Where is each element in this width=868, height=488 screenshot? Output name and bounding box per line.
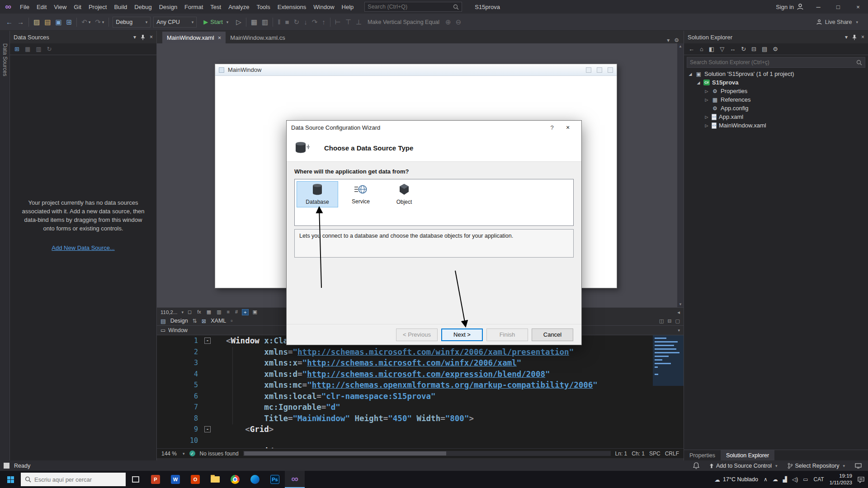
tab-close-icon[interactable]: × <box>218 34 222 41</box>
align-bottoms-icon[interactable]: ⊥ <box>354 16 364 28</box>
tab-mainwindow-xaml-cs[interactable]: MainWindow.xaml.cs <box>226 32 289 43</box>
taskbar-app-visual-studio[interactable]: ∞ <box>285 471 305 488</box>
taskbar-app-chrome[interactable] <box>225 471 245 488</box>
home-icon[interactable]: ⌂ <box>698 45 705 53</box>
tree-item-properties[interactable]: ▷⚙Properties <box>684 87 868 95</box>
close-icon[interactable]: × <box>861 34 864 40</box>
tree-item-s15prova[interactable]: ◢C#S15prova <box>684 78 868 87</box>
network-icon[interactable]: ▟ <box>783 476 787 483</box>
show-all-files-icon[interactable]: ▤ <box>760 45 769 53</box>
edit-data-source-icon[interactable]: ▦ <box>23 45 32 53</box>
menu-build[interactable]: Build <box>110 0 131 14</box>
taskbar-search-input[interactable] <box>34 476 122 483</box>
code-line-8[interactable]: 8 Title="MainWindow" Height="450" Width=… <box>157 413 684 424</box>
taskbar-search-box[interactable] <box>21 473 126 486</box>
scrollbar-thumb[interactable] <box>244 451 446 455</box>
tab-list-chevron-icon[interactable]: ▾ <box>667 37 670 43</box>
switch-views-icon[interactable]: ◧ <box>707 45 716 53</box>
battery-icon[interactable]: ▭ <box>803 476 808 483</box>
designer-vertical-scrollbar[interactable]: ▲ ▼ <box>677 43 684 307</box>
swap-panes-icon[interactable]: ⇄ <box>192 319 198 323</box>
chevron-down-icon[interactable]: ▾ <box>678 328 680 333</box>
menu-edit[interactable]: Edit <box>33 0 50 14</box>
code-line-10[interactable]: 10 <box>157 435 684 446</box>
onedrive-icon[interactable]: ☁ <box>773 476 778 483</box>
code-line-5[interactable]: 5 xmlns:mc="http://schemas.openxmlformat… <box>157 380 684 391</box>
chevron-down-icon[interactable]: ▾ <box>133 34 136 40</box>
expander-closed-icon[interactable]: ▷ <box>704 89 709 94</box>
menu-file[interactable]: File <box>16 0 33 14</box>
help-button[interactable]: ? <box>545 124 559 131</box>
expander-open-icon[interactable]: ◢ <box>696 80 701 85</box>
menu-design[interactable]: Design <box>156 0 181 14</box>
nav-forward-icon[interactable]: → <box>15 16 26 28</box>
dialog-close-button[interactable]: × <box>559 124 577 131</box>
menu-window[interactable]: Window <box>310 0 338 14</box>
refresh-icon[interactable]: ↻ <box>739 45 748 53</box>
expander-open-icon[interactable]: ◢ <box>688 72 693 76</box>
zoom-in-icon[interactable]: ⊕ <box>443 16 453 28</box>
scroll-down-icon[interactable]: ▼ <box>679 302 682 306</box>
zoom-fit-icon[interactable]: ▣ <box>251 309 259 315</box>
cursor-column[interactable]: Ch: 1 <box>632 450 645 457</box>
notifications-button[interactable] <box>690 462 702 469</box>
fold-collapse-icon[interactable]: - <box>204 426 211 432</box>
editor-horizontal-scrollbar[interactable] <box>243 451 611 456</box>
tool-tab-properties[interactable]: Properties <box>684 450 721 460</box>
snap-to-snaplines-icon[interactable]: + <box>242 309 248 315</box>
live-share-button[interactable]: Live Share ▾ <box>816 19 864 25</box>
open-file-icon[interactable]: ▤ <box>42 16 53 28</box>
editor-zoom-value[interactable]: 144 % <box>161 450 177 457</box>
taskbar-app-powerpoint[interactable]: P <box>146 471 165 488</box>
menu-debug[interactable]: Debug <box>131 0 155 14</box>
background-tasks-icon[interactable] <box>4 463 9 469</box>
menu-format[interactable]: Format <box>181 0 207 14</box>
taskbar-clock[interactable]: 19:19 1/11/2023 <box>830 473 852 486</box>
taskbar-app-edge[interactable] <box>245 471 265 488</box>
popout-icon[interactable]: ▫ <box>231 318 232 324</box>
data-source-option-database[interactable]: Database <box>297 181 338 207</box>
quick-search-box[interactable] <box>364 2 462 12</box>
taskbar-app-office[interactable]: O <box>185 471 205 488</box>
selection-mode-icon[interactable]: ◻ <box>186 309 193 315</box>
pending-filter-icon[interactable]: ▽ <box>718 45 726 53</box>
start-without-debugging-icon[interactable]: ▷ <box>234 16 244 28</box>
document-well-options-icon[interactable]: ⚙ <box>674 37 679 43</box>
snap-grid-icon[interactable]: # <box>234 309 239 315</box>
maximize-button[interactable]: □ <box>828 0 848 14</box>
cancel-button[interactable]: Cancel <box>532 328 573 341</box>
pin-icon[interactable] <box>141 34 145 40</box>
design-tab[interactable]: Design <box>170 318 188 324</box>
menu-tools[interactable]: Tools <box>253 0 274 14</box>
live-visual-tree-icon[interactable]: ▦ <box>249 16 259 28</box>
menu-git[interactable]: Git <box>70 0 85 14</box>
menu-view[interactable]: View <box>50 0 70 14</box>
indent-mode[interactable]: SPC <box>649 450 660 457</box>
tree-item-references[interactable]: ▷▦References <box>684 95 868 104</box>
zoom-out-icon[interactable]: ⊖ <box>453 16 464 28</box>
ruler-icon[interactable]: ≡ <box>226 309 231 315</box>
menu-project[interactable]: Project <box>85 0 110 14</box>
stop-icon[interactable]: ■ <box>283 16 291 28</box>
document-outline-icon[interactable]: ▥ <box>259 16 270 28</box>
add-new-data-source-link[interactable]: Add New Data Source... <box>10 244 156 251</box>
select-repository-button[interactable]: Select Repository ▾ <box>785 463 848 469</box>
code-line-6[interactable]: 6 xmlns:local="clr-namespace:S15prova" <box>157 391 684 402</box>
tray-expand-icon[interactable]: ∧ <box>764 476 768 483</box>
step-over-icon[interactable]: ↷ <box>310 16 320 28</box>
data-source-option-object[interactable]: Object <box>383 181 425 207</box>
effects-icon[interactable]: fx <box>196 309 203 315</box>
scroll-left-icon[interactable]: ◂ <box>677 309 680 315</box>
horizontal-split-icon[interactable]: ⊟ <box>667 318 671 324</box>
solution-explorer-search-input[interactable] <box>690 59 856 66</box>
configure-icon[interactable]: ▥ <box>34 45 43 53</box>
data-sources-vertical-tab[interactable]: Data Sources <box>2 43 8 76</box>
restart-icon[interactable]: ↻ <box>292 16 302 28</box>
taskbar-app-word[interactable]: W <box>165 471 185 488</box>
breadcrumb-element[interactable]: Window <box>168 327 188 333</box>
expand-pane-icon[interactable]: ▢ <box>675 318 680 324</box>
tab-mainwindow-xaml[interactable]: MainWindow.xaml× <box>162 32 226 43</box>
tool-tab-solution-explorer[interactable]: Solution Explorer <box>721 450 774 460</box>
taskbar-weather[interactable]: ☁ 17°C Nublado <box>715 476 758 483</box>
chevron-down-icon[interactable]: ▾ <box>183 451 185 456</box>
